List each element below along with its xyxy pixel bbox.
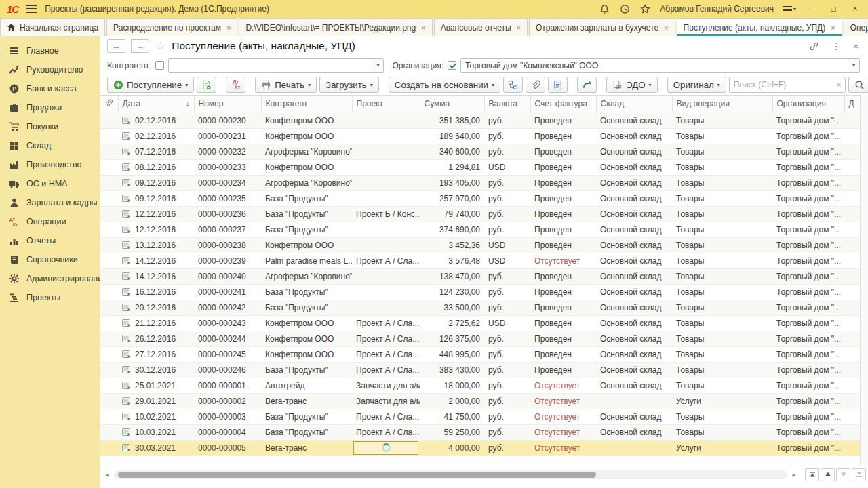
invoice-status-cell[interactable]: Проведен xyxy=(530,175,596,190)
organization-cell[interactable]: Торговый дом "... xyxy=(772,190,844,206)
operation-type-cell[interactable]: Товары xyxy=(672,378,772,393)
tab[interactable]: Авансовые отчеты × xyxy=(434,18,528,36)
warehouse-cell[interactable]: Основной склад xyxy=(596,222,672,237)
invoice-status-cell[interactable]: Проведен xyxy=(530,190,596,206)
invoice-status-cell[interactable]: Проведен xyxy=(530,128,596,144)
go-last-button[interactable] xyxy=(852,468,866,481)
invoice-status-cell[interactable]: Проведен xyxy=(530,144,596,159)
table-row[interactable]: 21.12.2016 0000-000243 Конфетпром ООО Пр… xyxy=(100,315,860,331)
warehouse-cell[interactable]: Основной склад xyxy=(596,409,672,424)
warehouse-cell[interactable]: Основной склад xyxy=(596,237,672,253)
warehouse-cell[interactable]: Основной склад xyxy=(596,175,672,190)
back-button[interactable]: ← xyxy=(107,39,125,53)
invoice-status-cell[interactable]: Отсутствует xyxy=(530,440,596,455)
operation-type-cell[interactable]: Товары xyxy=(672,300,772,315)
number-cell[interactable]: 0000-000004 xyxy=(194,424,261,440)
number-cell[interactable]: 0000-000230 xyxy=(194,113,261,128)
sidebar-item[interactable]: Операции xyxy=(0,212,100,231)
column-attachments[interactable] xyxy=(100,96,118,113)
sum-cell[interactable]: 124 230,00 xyxy=(420,284,484,300)
contragent-cell[interactable]: Агроферма "Коровино" xyxy=(261,175,352,190)
currency-cell[interactable]: руб. xyxy=(484,268,530,284)
date-cell[interactable]: 26.12.2016 xyxy=(118,331,194,346)
organization-cell[interactable]: Торговый дом "... xyxy=(772,409,844,424)
number-cell[interactable]: 0000-000246 xyxy=(194,362,261,378)
column-organization[interactable]: Организация xyxy=(772,96,844,113)
operation-type-cell[interactable]: Товары xyxy=(672,190,772,206)
sum-cell[interactable]: 3 576,48 xyxy=(420,253,484,268)
number-cell[interactable]: 0000-000234 xyxy=(194,175,261,190)
currency-cell[interactable]: руб. xyxy=(484,362,530,378)
tab-close-icon[interactable]: × xyxy=(831,24,835,32)
table-row[interactable]: 10.03.2021 0000-000004 База "Продукты" П… xyxy=(100,424,860,440)
invoice-status-cell[interactable]: Проведен xyxy=(530,284,596,300)
create-receipt-button[interactable]: Поступление▾ xyxy=(107,77,194,93)
go-down-button[interactable] xyxy=(836,468,850,481)
contragent-cell[interactable]: Конфетпром ООО xyxy=(261,331,352,346)
project-cell[interactable] xyxy=(352,300,420,315)
contragent-cell[interactable]: База "Продукты" xyxy=(261,409,352,424)
tab[interactable]: D:\VIDEO\infostart\= ПРОЕКТЫ\Редакции.pn… xyxy=(239,18,432,36)
number-cell[interactable]: 0000-000232 xyxy=(194,144,261,159)
operation-type-cell[interactable]: Услуги xyxy=(672,440,772,455)
contragent-cell[interactable]: Конфетпром ООО xyxy=(261,315,352,331)
sum-cell[interactable]: 340 600,00 xyxy=(420,144,484,159)
organization-cell[interactable]: Торговый дом "... xyxy=(772,144,844,159)
project-cell[interactable]: Проект А / Сла... xyxy=(352,409,420,424)
number-cell[interactable]: 0000-000243 xyxy=(194,315,261,331)
project-cell[interactable]: Проект А / Сла... xyxy=(352,346,420,362)
sidebar-item[interactable]: Склад xyxy=(0,136,100,155)
operation-type-cell[interactable]: Товары xyxy=(672,237,772,253)
scroll-left-icon[interactable]: ◂ xyxy=(102,471,112,479)
operation-type-cell[interactable]: Товары xyxy=(672,284,772,300)
tab-close-icon[interactable]: × xyxy=(421,24,425,32)
warehouse-cell[interactable]: Основной склад xyxy=(596,300,672,315)
project-cell[interactable]: Запчасти для а/м xyxy=(352,378,420,393)
warehouse-cell[interactable]: Основной склад xyxy=(596,362,672,378)
number-cell[interactable]: 0000-000235 xyxy=(194,190,261,206)
table-row[interactable]: 14.12.2016 0000-000239 Palm paradise mea… xyxy=(100,253,860,268)
table-row[interactable]: 02.12.2016 0000-000230 Конфетпром ООО 35… xyxy=(100,113,860,128)
number-cell[interactable]: 0000-000238 xyxy=(194,237,261,253)
currency-cell[interactable]: руб. xyxy=(484,284,530,300)
contragent-cell[interactable]: Конфетпром ООО xyxy=(261,346,352,362)
date-cell[interactable]: 14.12.2016 xyxy=(118,268,194,284)
contragent-cell[interactable]: Вега-транс xyxy=(261,440,352,455)
tab[interactable]: Поступление (акты, накладные, УПД) × xyxy=(677,18,842,36)
number-cell[interactable]: 0000-000005 xyxy=(194,440,261,455)
table-row[interactable]: 08.12.2016 0000-000233 Конфетпром ООО 1 … xyxy=(100,159,860,175)
scrollbar-thumb[interactable] xyxy=(118,472,596,478)
warehouse-cell[interactable]: Основной склад xyxy=(596,190,672,206)
sidebar-item[interactable]: Покупки xyxy=(0,117,100,136)
date-cell[interactable]: 16.12.2016 xyxy=(118,284,194,300)
warehouse-cell[interactable]: Основной склад xyxy=(596,113,672,128)
warehouse-cell[interactable]: Основной склад xyxy=(596,268,672,284)
operation-type-cell[interactable]: Товары xyxy=(672,206,772,222)
project-cell[interactable] xyxy=(352,284,420,300)
column-contragent[interactable]: Контрагент xyxy=(261,96,352,113)
table-row[interactable]: 20.12.2016 0000-000242 База "Продукты" 3… xyxy=(100,300,860,315)
project-edit-box[interactable] xyxy=(353,441,418,455)
invoice-status-cell[interactable]: Проведен xyxy=(530,237,596,253)
organization-cell[interactable]: Торговый дом "... xyxy=(772,346,844,362)
sidebar-item[interactable]: Банк и касса xyxy=(0,79,100,98)
contragent-cell[interactable]: Конфетпром ООО xyxy=(261,237,352,253)
counterparty-filter-combobox[interactable]: ▾ xyxy=(168,58,384,73)
invoice-status-cell[interactable]: Проведен xyxy=(530,159,596,175)
currency-cell[interactable]: USD xyxy=(484,253,530,268)
number-cell[interactable]: 0000-000242 xyxy=(194,300,261,315)
currency-cell[interactable]: руб. xyxy=(484,190,530,206)
sidebar-item[interactable]: Администрирование xyxy=(0,269,100,288)
number-cell[interactable]: 0000-000233 xyxy=(194,159,261,175)
project-cell[interactable] xyxy=(352,190,420,206)
number-cell[interactable]: 0000-000240 xyxy=(194,268,261,284)
invoice-status-cell[interactable]: Проведен xyxy=(530,331,596,346)
tab[interactable]: Распределение по проектам × xyxy=(106,18,237,36)
date-cell[interactable]: 12.12.2016 xyxy=(118,206,194,222)
project-cell[interactable] xyxy=(352,128,420,144)
contragent-cell[interactable]: База "Продукты" xyxy=(261,222,352,237)
invoice-status-cell[interactable]: Отсутствует xyxy=(530,393,596,409)
horizontal-scrollbar[interactable] xyxy=(114,470,787,479)
contragent-cell[interactable]: База "Продукты" xyxy=(261,206,352,222)
create-based-on-button[interactable]: Создать на основании▾ xyxy=(389,77,500,93)
